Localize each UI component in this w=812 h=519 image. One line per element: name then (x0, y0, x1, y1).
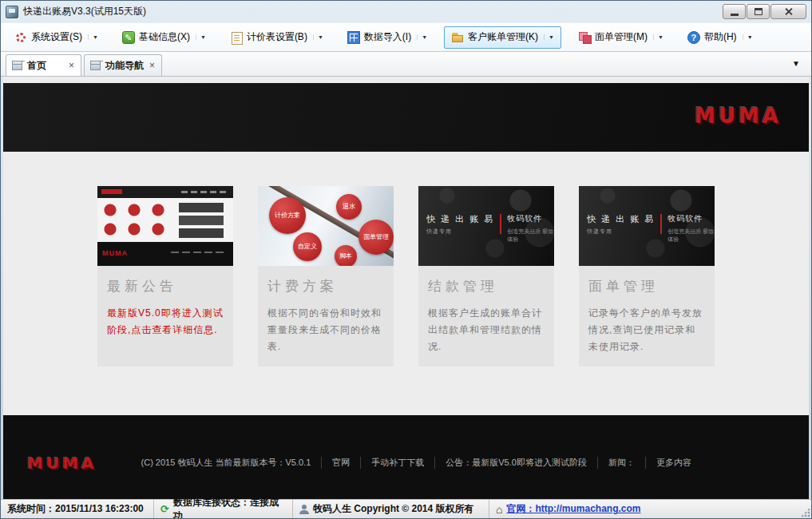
toolbar-help[interactable]: 帮助(H) ▼ (680, 26, 760, 49)
toolbar-pricing-table[interactable]: 计价表设置(B) ▼ (223, 26, 331, 49)
footer-news-label: 新闻： (597, 457, 645, 469)
card-description: 记录每个客户的单号发放情况,查询已使用记录和未使用记录. (588, 305, 705, 355)
footer-link-website[interactable]: 官网 (321, 457, 360, 469)
bubble-label: 面单管理 (358, 220, 394, 255)
chevron-down-icon: ▼ (743, 34, 753, 40)
tab-list-dropdown-icon[interactable]: ▼ (792, 59, 806, 71)
window-controls (723, 4, 806, 19)
app-window: 快递出账易V3.3(试用15天版) 系统设置(S) ▼ 基础信息(X) ▼ 计价… (0, 0, 812, 519)
main-toolbar: 系统设置(S) ▼ 基础信息(X) ▼ 计价表设置(B) ▼ 数据导入(I) ▼… (1, 22, 811, 52)
content-area: MUMA 最新公告 最新版V5.0即将进入测试阶段,点击查看详细信息. 计价方案… (3, 152, 809, 415)
status-system-time: 系统时间：2015/11/13 16:23:00 (1, 500, 154, 518)
customer-billing-icon (451, 31, 464, 44)
toolbar-label: 帮助(H) (704, 30, 737, 44)
bubble-label: 自定义 (293, 232, 322, 261)
tab-grid-icon (12, 61, 22, 70)
footer-announcement: 公告：最新版V5.0即将进入测试阶段 (434, 457, 597, 469)
chevron-down-icon: ▼ (88, 34, 98, 40)
footer-link-more[interactable]: 更多内容 (645, 457, 702, 469)
minimize-button[interactable] (723, 4, 746, 19)
tab-function-nav[interactable]: 功能导航 × (84, 54, 162, 76)
titlebar: 快递出账易V3.3(试用15天版) (1, 1, 811, 22)
brand-name: 快 递 出 账 易 (587, 213, 655, 225)
brand-divider (500, 214, 501, 234)
toolbar-system-settings[interactable]: 系统设置(S) ▼ (7, 26, 105, 49)
card-settlement: 快 递 出 账 易 快递专用 牧码软件 创造完美品质 极致体验 结款管理 (418, 186, 554, 366)
chevron-down-icon: ▼ (417, 34, 427, 40)
page-footer: MUMA (C) 2015 牧码人生 当前最新版本号：V5.0.1 官网 手动补… (3, 415, 809, 499)
card-title: 计费方案 (267, 277, 384, 295)
tab-label: 首页 (27, 59, 46, 73)
brand-subtitle: 快递专用 (426, 228, 494, 236)
brand-company: 牧码软件 (507, 213, 554, 224)
toolbar-data-import[interactable]: 数据导入(I) ▼ (340, 26, 434, 49)
toolbar-label: 计价表设置(B) (247, 30, 307, 44)
announcement-link-text[interactable]: 最新版V5.0即将进入测试阶段,点击查看详细信息. (107, 305, 224, 339)
toolbar-basic-info[interactable]: 基础信息(X) ▼ (115, 26, 213, 49)
chevron-down-icon: ▼ (313, 34, 323, 40)
user-icon (299, 505, 309, 514)
announcement-preview-image: MUMA (97, 186, 233, 266)
card-description: 根据客户生成的账单合计出结款单和管理结款的情况. (428, 305, 545, 355)
db-refresh-icon: ⟳ (160, 504, 169, 514)
basic-info-icon (122, 31, 135, 44)
toolbar-label: 数据导入(I) (364, 30, 411, 44)
card-body: 最新公告 最新版V5.0即将进入测试阶段,点击查看详细信息. (97, 266, 233, 350)
maximize-icon (755, 8, 762, 15)
mini-site-body (97, 198, 233, 242)
brand-lockup: 快 递 出 账 易 快递专用 牧码软件 创造完美品质 极致体验 (587, 213, 715, 244)
bubble-label: 退水 (336, 194, 362, 220)
muma-logo: MUMA (695, 104, 782, 128)
brand-lockup: 快 递 出 账 易 快递专用 牧码软件 创造完美品质 极致体验 (426, 213, 554, 244)
toolbar-customer-billing[interactable]: 客户账单管理(K) ▼ (444, 26, 561, 49)
statusbar: 系统时间：2015/11/13 16:23:00 ⟳ 数据库连接状态：连接成功 … (1, 499, 811, 518)
card-waybill: 快 递 出 账 易 快递专用 牧码软件 创造完美品质 极致体验 面单管理 (579, 186, 715, 366)
settlement-image: 快 递 出 账 易 快递专用 牧码软件 创造完美品质 极致体验 (418, 186, 554, 266)
card-announcement: MUMA 最新公告 最新版V5.0即将进入测试阶段,点击查看详细信息. (97, 186, 233, 366)
chevron-down-icon: ▼ (196, 34, 206, 40)
toolbar-label: 客户账单管理(K) (468, 30, 538, 44)
tab-label: 功能导航 (105, 59, 144, 73)
tab-close-icon[interactable]: × (68, 61, 75, 70)
footer-copyright: (C) 2015 牧码人生 当前最新版本号：V5.0.1 (131, 457, 322, 469)
waybill-icon (578, 31, 591, 44)
brand-divider (660, 214, 662, 234)
close-button[interactable] (770, 4, 806, 19)
data-import-icon (347, 31, 360, 44)
tab-close-icon[interactable]: × (149, 61, 156, 70)
bubble-label: 计价方案 (269, 197, 306, 234)
status-copyright: 牧码人生 Copyright © 2014 版权所有 (293, 500, 489, 518)
tab-home[interactable]: 首页 × (6, 54, 81, 76)
chevron-down-icon: ▼ (653, 34, 663, 40)
toolbar-waybill[interactable]: 面单管理(M) ▼ (571, 26, 671, 49)
system-settings-icon (14, 31, 27, 44)
waybill-image: 快 递 出 账 易 快递专用 牧码软件 创造完美品质 极致体验 (579, 186, 715, 266)
card-title: 面单管理 (588, 277, 705, 295)
website-link[interactable]: 官网：http://mumachang.com (506, 502, 640, 516)
brand-company: 牧码软件 (667, 213, 715, 224)
card-body: 计费方案 根据不同的省份和时效和重量段来生成不同的价格表. (258, 266, 394, 366)
chevron-down-icon: ▼ (544, 34, 554, 40)
minimize-icon (731, 14, 739, 16)
hero-banner: MUMA (3, 83, 809, 152)
card-title: 最新公告 (107, 277, 224, 295)
maximize-button[interactable] (747, 4, 770, 19)
status-website: ⌂ 官网：http://mumachang.com (489, 500, 811, 518)
footer-links: (C) 2015 牧码人生 当前最新版本号：V5.0.1 官网 手动补丁下载 公… (131, 457, 702, 469)
card-body: 面单管理 记录每个客户的单号发放情况,查询已使用记录和未使用记录. (579, 266, 715, 366)
toolbar-label: 面单管理(M) (595, 30, 648, 44)
footer-link-patch-download[interactable]: 手动补丁下载 (360, 457, 434, 469)
toolbar-label: 基础信息(X) (139, 30, 190, 44)
mini-site-footer: MUMA (97, 242, 233, 266)
brand-slogan: 创造完美品质 极致体验 (507, 228, 554, 244)
pricing-image: 计价方案 退水 自定义 面单管理 脚本 (258, 186, 394, 266)
mini-site-header (97, 186, 233, 198)
bubble-label: 脚本 (335, 245, 357, 266)
app-icon (6, 6, 18, 18)
brand-name: 快 递 出 账 易 (426, 213, 494, 225)
db-status-text: 数据库连接状态：连接成功 (173, 496, 286, 519)
toolbar-label: 系统设置(S) (31, 30, 82, 44)
help-icon (687, 31, 700, 44)
card-body: 结款管理 根据客户生成的账单合计出结款单和管理结款的情况. (418, 266, 554, 366)
pricing-table-icon (230, 31, 243, 44)
